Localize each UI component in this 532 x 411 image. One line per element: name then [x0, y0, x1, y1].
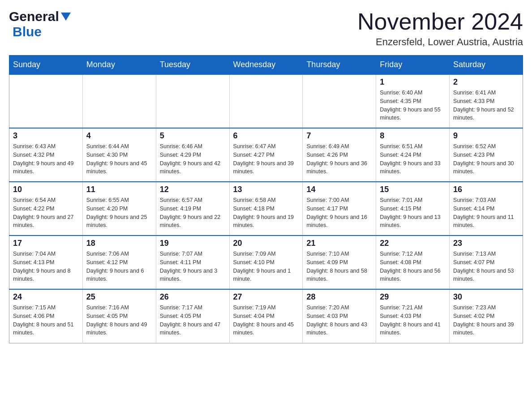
logo-blue-text: Blue: [13, 24, 42, 39]
calendar-cell: 14Sunrise: 7:00 AMSunset: 4:17 PMDayligh…: [303, 182, 376, 235]
day-number: 10: [13, 185, 79, 194]
day-number: 27: [233, 292, 299, 302]
logo-triangle-icon: [61, 13, 71, 22]
calendar-cell: 21Sunrise: 7:10 AMSunset: 4:09 PMDayligh…: [303, 235, 376, 289]
day-number: 20: [233, 239, 299, 248]
day-info: Sunrise: 7:03 AMSunset: 4:14 PMDaylight:…: [453, 196, 519, 230]
day-info: Sunrise: 6:51 AMSunset: 4:24 PMDaylight:…: [380, 142, 446, 176]
day-number: 3: [13, 131, 79, 141]
day-number: 18: [86, 239, 152, 248]
calendar-cell: 2Sunrise: 6:41 AMSunset: 4:33 PMDaylight…: [450, 74, 523, 128]
calendar-cell: 15Sunrise: 7:01 AMSunset: 4:15 PMDayligh…: [376, 182, 450, 235]
day-info: Sunrise: 7:06 AMSunset: 4:12 PMDaylight:…: [86, 250, 152, 283]
weekday-header-tuesday: Tuesday: [156, 56, 229, 75]
day-info: Sunrise: 7:01 AMSunset: 4:15 PMDaylight:…: [380, 196, 446, 230]
calendar-cell: 27Sunrise: 7:19 AMSunset: 4:04 PMDayligh…: [229, 289, 303, 343]
calendar-cell: 4Sunrise: 6:44 AMSunset: 4:30 PMDaylight…: [82, 128, 156, 182]
weekday-header-monday: Monday: [82, 56, 156, 75]
day-number: 17: [13, 239, 79, 248]
day-info: Sunrise: 7:15 AMSunset: 4:06 PMDaylight:…: [13, 304, 79, 337]
day-info: Sunrise: 7:07 AMSunset: 4:11 PMDaylight:…: [160, 250, 226, 283]
day-number: 6: [233, 131, 299, 141]
day-number: 22: [380, 239, 446, 248]
month-title: November 2024: [357, 9, 523, 34]
title-area: November 2024 Enzersfeld, Lower Austria,…: [357, 9, 523, 48]
calendar-cell: [9, 74, 83, 128]
calendar-cell: 12Sunrise: 6:57 AMSunset: 4:19 PMDayligh…: [156, 182, 229, 235]
day-number: 5: [160, 131, 226, 141]
day-info: Sunrise: 7:21 AMSunset: 4:03 PMDaylight:…: [380, 304, 446, 337]
day-info: Sunrise: 7:16 AMSunset: 4:05 PMDaylight:…: [86, 304, 152, 337]
day-number: 13: [233, 185, 299, 194]
day-number: 16: [453, 185, 519, 194]
calendar-cell: 28Sunrise: 7:20 AMSunset: 4:03 PMDayligh…: [303, 289, 376, 343]
calendar-cell: 8Sunrise: 6:51 AMSunset: 4:24 PMDaylight…: [376, 128, 450, 182]
day-number: 7: [306, 131, 372, 141]
day-number: 2: [453, 77, 519, 87]
calendar-cell: 25Sunrise: 7:16 AMSunset: 4:05 PMDayligh…: [82, 289, 156, 343]
day-number: 29: [380, 292, 446, 302]
calendar-cell: 10Sunrise: 6:54 AMSunset: 4:22 PMDayligh…: [9, 182, 83, 235]
weekday-header-thursday: Thursday: [303, 56, 376, 75]
calendar-cell: 26Sunrise: 7:17 AMSunset: 4:05 PMDayligh…: [156, 289, 229, 343]
day-number: 15: [380, 185, 446, 194]
day-info: Sunrise: 6:43 AMSunset: 4:32 PMDaylight:…: [13, 142, 79, 176]
day-number: 19: [160, 239, 226, 248]
svg-marker-0: [61, 13, 71, 21]
location-title: Enzersfeld, Lower Austria, Austria: [357, 36, 523, 48]
header: General Blue November 2024 Enzersfeld, L…: [9, 9, 523, 48]
calendar-cell: [229, 74, 303, 128]
day-info: Sunrise: 6:49 AMSunset: 4:26 PMDaylight:…: [306, 142, 372, 176]
day-info: Sunrise: 7:13 AMSunset: 4:07 PMDaylight:…: [453, 250, 519, 283]
day-info: Sunrise: 6:47 AMSunset: 4:27 PMDaylight:…: [233, 142, 299, 176]
day-number: 9: [453, 131, 519, 141]
calendar-cell: 1Sunrise: 6:40 AMSunset: 4:35 PMDaylight…: [376, 74, 450, 128]
calendar-week-row: 17Sunrise: 7:04 AMSunset: 4:13 PMDayligh…: [9, 235, 523, 289]
weekday-header-friday: Friday: [376, 56, 450, 75]
calendar-cell: 11Sunrise: 6:55 AMSunset: 4:20 PMDayligh…: [82, 182, 156, 235]
day-info: Sunrise: 6:40 AMSunset: 4:35 PMDaylight:…: [380, 89, 446, 122]
calendar-cell: 16Sunrise: 7:03 AMSunset: 4:14 PMDayligh…: [450, 182, 523, 235]
calendar-cell: [156, 74, 229, 128]
day-number: 14: [306, 185, 372, 194]
calendar-week-row: 3Sunrise: 6:43 AMSunset: 4:32 PMDaylight…: [9, 128, 523, 182]
calendar-cell: [303, 74, 376, 128]
day-info: Sunrise: 6:57 AMSunset: 4:19 PMDaylight:…: [160, 196, 226, 230]
calendar-cell: 13Sunrise: 6:58 AMSunset: 4:18 PMDayligh…: [229, 182, 303, 235]
calendar-cell: 20Sunrise: 7:09 AMSunset: 4:10 PMDayligh…: [229, 235, 303, 289]
day-info: Sunrise: 7:00 AMSunset: 4:17 PMDaylight:…: [306, 196, 372, 230]
calendar-cell: 18Sunrise: 7:06 AMSunset: 4:12 PMDayligh…: [82, 235, 156, 289]
calendar-cell: 22Sunrise: 7:12 AMSunset: 4:08 PMDayligh…: [376, 235, 450, 289]
calendar-week-row: 10Sunrise: 6:54 AMSunset: 4:22 PMDayligh…: [9, 182, 523, 235]
day-info: Sunrise: 7:23 AMSunset: 4:02 PMDaylight:…: [453, 304, 519, 337]
calendar-cell: 3Sunrise: 6:43 AMSunset: 4:32 PMDaylight…: [9, 128, 83, 182]
day-number: 25: [86, 292, 152, 302]
day-number: 30: [453, 292, 519, 302]
calendar-cell: 17Sunrise: 7:04 AMSunset: 4:13 PMDayligh…: [9, 235, 83, 289]
day-number: 11: [86, 185, 152, 194]
day-number: 8: [380, 131, 446, 141]
day-info: Sunrise: 6:52 AMSunset: 4:23 PMDaylight:…: [453, 142, 519, 176]
calendar-cell: 29Sunrise: 7:21 AMSunset: 4:03 PMDayligh…: [376, 289, 450, 343]
day-info: Sunrise: 6:58 AMSunset: 4:18 PMDaylight:…: [233, 196, 299, 230]
day-info: Sunrise: 6:41 AMSunset: 4:33 PMDaylight:…: [453, 89, 519, 122]
day-info: Sunrise: 7:04 AMSunset: 4:13 PMDaylight:…: [13, 250, 79, 283]
day-number: 26: [160, 292, 226, 302]
calendar-week-row: 24Sunrise: 7:15 AMSunset: 4:06 PMDayligh…: [9, 289, 523, 343]
day-info: Sunrise: 7:10 AMSunset: 4:09 PMDaylight:…: [306, 250, 372, 283]
calendar-table: SundayMondayTuesdayWednesdayThursdayFrid…: [9, 55, 523, 343]
day-number: 12: [160, 185, 226, 194]
day-info: Sunrise: 7:17 AMSunset: 4:05 PMDaylight:…: [160, 304, 226, 337]
calendar-cell: 6Sunrise: 6:47 AMSunset: 4:27 PMDaylight…: [229, 128, 303, 182]
calendar-week-row: 1Sunrise: 6:40 AMSunset: 4:35 PMDaylight…: [9, 74, 523, 128]
logo: General Blue: [9, 9, 71, 39]
weekday-header-row: SundayMondayTuesdayWednesdayThursdayFrid…: [9, 56, 523, 75]
calendar-cell: 5Sunrise: 6:46 AMSunset: 4:29 PMDaylight…: [156, 128, 229, 182]
calendar-cell: [82, 74, 156, 128]
calendar-cell: 9Sunrise: 6:52 AMSunset: 4:23 PMDaylight…: [450, 128, 523, 182]
calendar-cell: 7Sunrise: 6:49 AMSunset: 4:26 PMDaylight…: [303, 128, 376, 182]
day-info: Sunrise: 6:44 AMSunset: 4:30 PMDaylight:…: [86, 142, 152, 176]
weekday-header-saturday: Saturday: [450, 56, 523, 75]
day-info: Sunrise: 7:19 AMSunset: 4:04 PMDaylight:…: [233, 304, 299, 337]
day-number: 21: [306, 239, 372, 248]
